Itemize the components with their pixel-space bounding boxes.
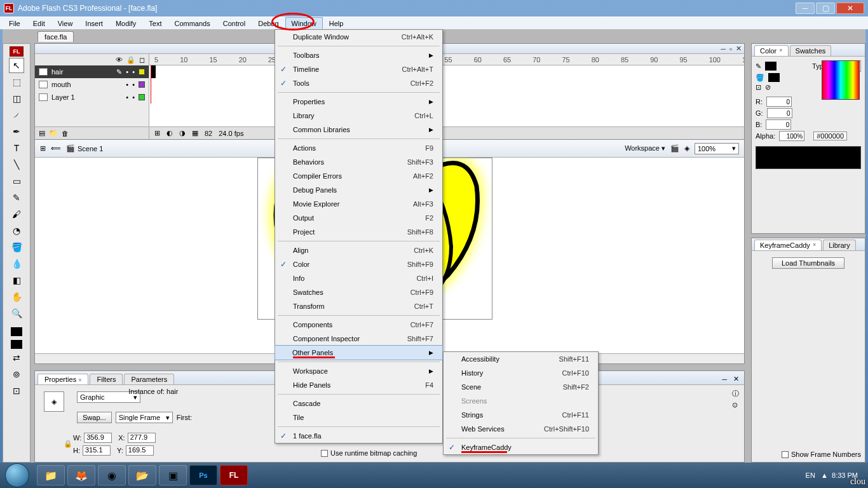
snap-button[interactable]: ⊚ [9, 367, 24, 382]
menu-item-keyframecaddy[interactable]: ✓KeyframeCaddy [444, 440, 598, 454]
taskbar-chrome-icon[interactable]: ◉ [98, 465, 126, 485]
scene-name[interactable]: Scene 1 [78, 145, 103, 152]
menu-item-toolbars[interactable]: Toolbars▶ [275, 48, 442, 62]
swap-button[interactable]: Swap... [77, 412, 112, 423]
menu-view[interactable]: View [51, 17, 79, 29]
paint-bucket-tool[interactable]: 🪣 [9, 240, 24, 255]
menu-edit[interactable]: Edit [27, 17, 51, 29]
menu-commands[interactable]: Commands [168, 17, 216, 29]
menu-item-tools[interactable]: ✓ToolsCtrl+F2 [275, 76, 442, 90]
selection-tool[interactable]: ↖ [9, 58, 24, 73]
menu-item-project[interactable]: ProjectShift+F8 [275, 225, 442, 239]
menu-item-compiler-errors[interactable]: Compiler ErrorsAlt+F2 [275, 169, 442, 183]
height-field[interactable]: 315.1 [83, 445, 111, 456]
back-icon[interactable]: ⟸ [51, 144, 61, 152]
menu-window[interactable]: Window [285, 17, 323, 29]
free-transform-tool[interactable]: ◫ [9, 91, 24, 106]
x-field[interactable]: 277.9 [128, 433, 156, 443]
menu-item-history[interactable]: HistoryCtrl+F10 [444, 366, 598, 380]
menu-item-align[interactable]: AlignCtrl+K [275, 243, 442, 257]
timeline-ruler[interactable]: 5101520253035404550556065707580859095100… [149, 54, 744, 65]
minimize-button[interactable]: ─ [796, 3, 815, 14]
taskbar-folder-icon[interactable]: 📂 [128, 465, 156, 485]
text-tool[interactable]: T [9, 140, 24, 156]
fill-swatch[interactable] [768, 73, 780, 82]
tab-keyframecaddy[interactable]: KeyframeCaddy× [754, 240, 822, 250]
taskbar-flash-icon[interactable]: FL [220, 465, 248, 485]
tab-library[interactable]: Library [823, 240, 856, 250]
timeline-toggle-icon[interactable]: ⊞ [40, 144, 46, 152]
menu-item-other-panels[interactable]: Other Panels▶ [275, 345, 443, 360]
menu-item-duplicate-window[interactable]: Duplicate WindowCtrl+Alt+K [275, 30, 442, 44]
eyedropper-tool[interactable]: 💧 [9, 256, 24, 271]
ink-bottle-tool[interactable]: ◔ [9, 223, 24, 238]
menu-item-info[interactable]: InfoCtrl+I [275, 271, 442, 285]
menu-item-tile[interactable]: Tile [275, 410, 442, 424]
runtime-caching-checkbox[interactable]: Use runtime bitmap caching [321, 449, 417, 457]
layer-row[interactable]: hair✎•• [35, 65, 149, 78]
outline-column-icon[interactable]: ◻ [139, 56, 145, 64]
width-field[interactable]: 356.9 [84, 433, 112, 443]
taskbar-photoshop-icon[interactable]: Ps [189, 465, 217, 485]
tab-color[interactable]: Color× [754, 45, 789, 56]
menu-modify[interactable]: Modify [109, 17, 142, 29]
eye-column-icon[interactable]: 👁 [116, 56, 123, 64]
workspace-dropdown[interactable]: Workspace ▾ [625, 144, 665, 152]
hand-tool[interactable]: ✋ [9, 289, 24, 304]
doc-restore-icon[interactable]: ▫ [729, 45, 732, 53]
close-button[interactable]: ✕ [836, 3, 864, 14]
onion-outline-icon[interactable]: ◑ [179, 129, 186, 137]
menu-item-hide-panels[interactable]: Hide PanelsF4 [275, 378, 442, 392]
menu-item-output[interactable]: OutputF2 [275, 211, 442, 225]
taskbar-app-icon[interactable]: ▣ [159, 465, 187, 485]
swap-colors-button[interactable]: ⇄ [9, 350, 24, 365]
taskbar-firefox-icon[interactable]: 🦊 [67, 465, 95, 485]
fill-color-swatch[interactable] [11, 340, 22, 349]
onion-skin-icon[interactable]: ◐ [166, 129, 173, 137]
panel-minimize-icon[interactable]: ─ [719, 374, 729, 384]
eraser-tool[interactable]: ◧ [9, 273, 24, 288]
hue-picker[interactable] [822, 60, 860, 100]
document-tab[interactable]: face.fla [37, 31, 74, 42]
start-button[interactable] [5, 463, 29, 487]
edit-scene-icon[interactable]: 🎬 [670, 144, 679, 152]
menu-item-library[interactable]: LibraryCtrl+L [275, 109, 442, 123]
menu-item-1-face-fla[interactable]: ✓1 face.fla [275, 429, 442, 443]
subselection-tool[interactable]: ⬚ [9, 74, 24, 90]
menu-item-accessibility[interactable]: AccessibilityShift+F11 [444, 352, 598, 366]
lock-wh-icon[interactable]: 🔒 [64, 440, 72, 448]
zoom-tool[interactable]: 🔍 [9, 306, 24, 321]
menu-item-actions[interactable]: ActionsF9 [275, 141, 442, 155]
alpha-input[interactable]: 100% [779, 131, 804, 141]
menu-control[interactable]: Control [217, 17, 252, 29]
menu-item-common-libraries[interactable]: Common Libraries▶ [275, 123, 442, 137]
stroke-swatch[interactable] [765, 62, 776, 71]
rectangle-tool[interactable]: ▭ [9, 173, 24, 189]
menu-text[interactable]: Text [142, 17, 168, 29]
menu-item-swatches[interactable]: SwatchesCtrl+F9 [275, 285, 442, 299]
menu-item-properties[interactable]: Properties▶ [275, 95, 442, 109]
new-folder-icon[interactable]: 📁 [49, 129, 58, 137]
timeline-frames[interactable] [149, 65, 744, 126]
help-icon[interactable]: ⓘ [732, 389, 739, 398]
b-input[interactable]: 0 [766, 119, 791, 130]
tab-parameters[interactable]: Parameters [124, 374, 174, 384]
panel-options-icon[interactable]: ⊙ [732, 401, 739, 409]
line-tool[interactable]: ╲ [9, 157, 24, 172]
menu-item-strings[interactable]: StringsCtrl+F11 [444, 408, 598, 422]
maximize-button[interactable]: ▢ [816, 3, 835, 14]
no-color-icon[interactable]: ⊘ [765, 83, 771, 92]
menu-item-cascade[interactable]: Cascade [275, 396, 442, 410]
pen-tool[interactable]: ✒ [9, 124, 24, 139]
menu-item-movie-explorer[interactable]: Movie ExplorerAlt+F3 [275, 197, 442, 211]
menu-item-web-services[interactable]: Web ServicesCtrl+Shift+F10 [444, 422, 598, 436]
menu-insert[interactable]: Insert [79, 17, 109, 29]
menu-item-components[interactable]: ComponentsCtrl+F7 [275, 318, 442, 332]
menu-item-workspace[interactable]: Workspace▶ [275, 364, 442, 378]
delete-layer-icon[interactable]: 🗑 [62, 130, 69, 137]
loop-combo[interactable]: Single Frame▾ [116, 412, 173, 423]
doc-close-icon[interactable]: ✕ [736, 44, 742, 53]
menu-item-debug-panels[interactable]: Debug Panels▶ [275, 183, 442, 197]
show-frame-numbers-checkbox[interactable]: Show Frame Numbers [782, 451, 861, 458]
menu-file[interactable]: File [3, 17, 27, 29]
